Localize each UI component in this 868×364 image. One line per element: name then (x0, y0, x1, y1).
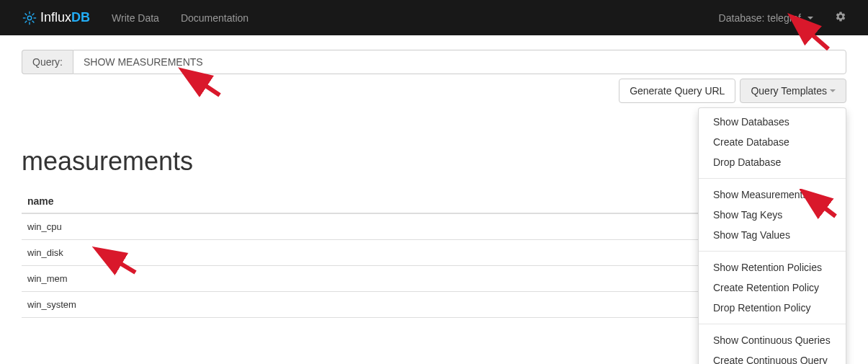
dropdown-item-show-databases[interactable]: Show Databases (699, 112, 846, 132)
svg-line-6 (32, 20, 35, 22)
generate-query-url-button[interactable]: Generate Query URL (619, 79, 735, 103)
query-templates-dropdown: Show Databases Create Database Drop Data… (698, 107, 846, 364)
nav-links: Write Data Documentation (101, 1, 259, 35)
svg-point-0 (27, 16, 32, 20)
gear-icon (835, 11, 846, 22)
dropdown-item-show-retention[interactable]: Show Retention Policies (699, 257, 846, 278)
query-label: Query: (22, 50, 73, 74)
top-navbar: InfluxDB Write Data Documentation Databa… (0, 0, 868, 35)
dropdown-item-show-tag-values[interactable]: Show Tag Values (699, 225, 846, 245)
influx-logo-icon (22, 10, 37, 26)
main-container: Query: Generate Query URL Query Template… (0, 35, 868, 332)
database-selector[interactable]: Database: telegraf (708, 1, 824, 35)
nav-link-documentation[interactable]: Documentation (170, 1, 259, 35)
svg-line-5 (25, 13, 27, 15)
svg-line-8 (32, 13, 35, 15)
dropdown-item-show-measurements[interactable]: Show Measurements (699, 185, 846, 205)
dropdown-divider (699, 178, 846, 179)
query-bar: Query: (22, 50, 846, 74)
query-templates-label: Query Templates (751, 85, 827, 97)
dropdown-item-create-retention[interactable]: Create Retention Policy (699, 278, 846, 298)
caret-down-icon (807, 17, 813, 19)
dropdown-item-create-database[interactable]: Create Database (699, 132, 846, 152)
brand-logo[interactable]: InfluxDB (11, 0, 101, 35)
caret-down-icon (830, 89, 836, 92)
query-templates-button[interactable]: Query Templates (740, 79, 846, 103)
brand-text-influx: Influx (40, 10, 71, 25)
settings-gear-button[interactable] (824, 0, 857, 35)
dropdown-divider (699, 251, 846, 252)
nav-link-write-data[interactable]: Write Data (101, 1, 170, 35)
dropdown-item-create-cq[interactable]: Create Continuous Query (699, 350, 846, 364)
dropdown-item-show-tag-keys[interactable]: Show Tag Keys (699, 205, 846, 225)
query-buttons: Generate Query URL Query Templates (22, 79, 846, 103)
dropdown-item-drop-database[interactable]: Drop Database (699, 152, 846, 172)
dropdown-item-drop-retention[interactable]: Drop Retention Policy (699, 298, 846, 318)
nav-right: Database: telegraf (708, 0, 857, 35)
svg-line-7 (25, 20, 27, 22)
database-label: Database: telegraf (719, 12, 801, 24)
dropdown-item-show-cq[interactable]: Show Continuous Queries (699, 330, 846, 350)
brand-text-db: DB (71, 10, 90, 25)
dropdown-divider (699, 324, 846, 324)
query-input[interactable] (73, 50, 846, 74)
